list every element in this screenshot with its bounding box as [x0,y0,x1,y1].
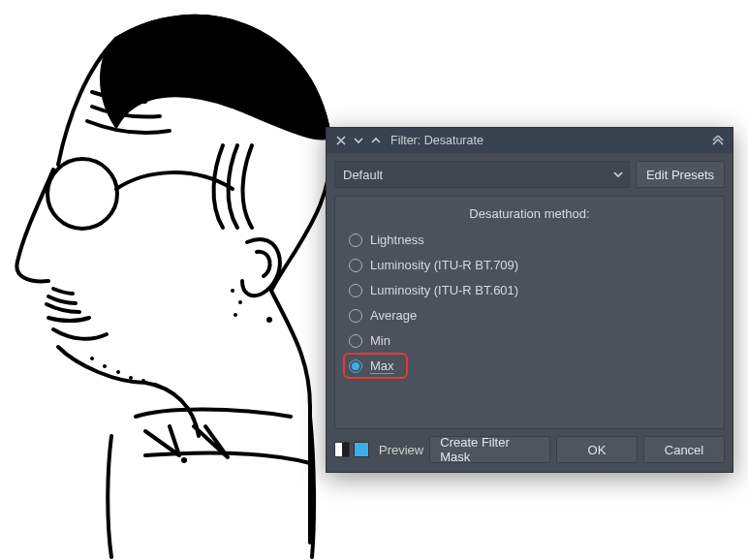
radio-icon [349,233,362,247]
preset-value: Default [343,168,383,182]
create-filter-mask-button[interactable]: Create Filter Mask [429,436,550,463]
radio-label: Min [370,333,390,348]
svg-point-6 [153,383,157,387]
radio-label: Luminosity (ITU-R BT.709) [370,258,518,272]
collapse-icon[interactable] [709,132,727,149]
chevron-down-icon [613,170,623,179]
ok-button[interactable]: OK [556,436,638,463]
svg-point-5 [141,379,145,383]
preset-combobox[interactable]: Default [334,161,630,188]
radio-icon [349,259,362,272]
radio-icon [349,334,362,348]
radio-icon [349,284,362,297]
method-radio-group: LightnessLuminosity (ITU-R BT.709)Lumino… [347,231,712,375]
dock-up-icon[interactable] [367,132,385,149]
dialog-body: Default Edit Presets Desaturation method… [327,153,732,435]
dialog-title: Filter: Desaturate [390,134,709,147]
preview-swatch-before-after-icon [334,442,350,457]
svg-point-10 [266,317,272,323]
svg-point-11 [181,457,187,463]
svg-point-4 [129,376,133,380]
radio-average[interactable]: Average [347,306,712,325]
dialog-titlebar[interactable]: Filter: Desaturate [327,128,732,153]
radio-lightness[interactable]: Lightness [347,231,712,249]
radio-label: Max [370,358,394,373]
method-panel: Desaturation method: LightnessLuminosity… [334,196,725,429]
radio-min[interactable]: Min [347,331,712,350]
preview-label: Preview [379,443,423,457]
radio-max[interactable]: Max [347,357,404,375]
edit-presets-button[interactable]: Edit Presets [636,161,725,188]
radio-luminosity-itu-r-bt-601[interactable]: Luminosity (ITU-R BT.601) [347,281,712,299]
close-icon[interactable] [332,132,350,149]
radio-label: Luminosity (ITU-R BT.601) [370,283,518,297]
method-panel-title: Desaturation method: [347,206,712,221]
preview-swatches[interactable] [334,442,373,457]
radio-label: Lightness [370,233,424,247]
radio-icon [349,309,362,323]
svg-point-1 [90,357,94,360]
dialog-footer: Preview Create Filter Mask OK Cancel [327,435,732,472]
svg-point-2 [103,364,107,368]
svg-point-7 [231,289,234,293]
dock-down-icon[interactable] [350,132,367,149]
radio-label: Average [370,308,417,323]
svg-point-8 [238,300,242,304]
svg-point-9 [234,313,237,317]
preview-swatch-color-icon [354,442,369,457]
filter-dialog: Filter: Desaturate Default Edit Presets … [326,127,733,473]
cancel-button[interactable]: Cancel [643,436,725,463]
radio-icon [349,359,362,373]
svg-point-3 [116,370,120,374]
svg-point-0 [47,159,117,229]
radio-luminosity-itu-r-bt-709[interactable]: Luminosity (ITU-R BT.709) [347,256,712,274]
